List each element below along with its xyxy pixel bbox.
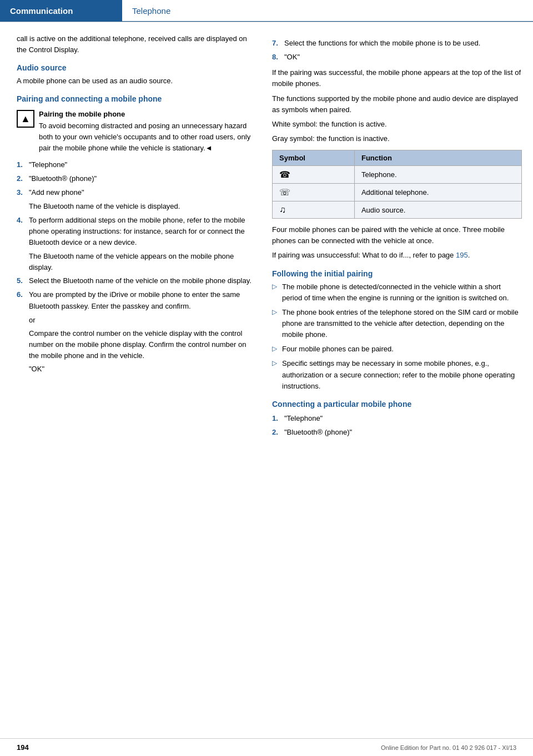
step-text: "Telephone" — [284, 413, 522, 424]
success-text: If the pairing was successful, the mobil… — [272, 67, 522, 89]
step-4: 4. To perform additional steps on the mo… — [17, 215, 255, 248]
pairing-heading: Pairing and connecting a mobile phone — [17, 94, 255, 103]
unsuccessful-text: If pairing was unsuccessful: What to do … — [272, 250, 522, 261]
left-column: call is active on the additional telepho… — [0, 33, 266, 442]
step-6-compare: Compare the control number on the vehicl… — [29, 328, 255, 361]
bullet-item: ▷Four mobile phones can be paired. — [272, 344, 522, 355]
bullet-item: ▷The phone book entries of the telephone… — [272, 307, 522, 340]
table-col1-header: Symbol — [273, 150, 355, 166]
supported-text: The functions supported by the mobile ph… — [272, 93, 522, 115]
bullet-text: The phone book entries of the telephone … — [282, 307, 522, 340]
function-cell: Telephone. — [354, 166, 521, 184]
connecting-step: 2."Bluetooth® (phone)" — [272, 427, 522, 438]
steps-list: 1. "Telephone" 2. "Bluetooth® (phone)" 3… — [17, 159, 255, 375]
step-number: 1. — [272, 413, 284, 424]
bullet-arrow-icon: ▷ — [272, 281, 282, 290]
bullet-text: The mobile phone is detected/connected i… — [282, 281, 522, 304]
bullet-item: ▷The mobile phone is detected/connected … — [272, 281, 522, 304]
white-symbol-text: White symbol: the function is active. — [272, 119, 522, 130]
bullet-arrow-icon: ▷ — [272, 307, 282, 316]
step-text: "Bluetooth® (phone)" — [284, 427, 522, 438]
bullet-text: Four mobile phones can be paired. — [282, 344, 522, 355]
table-row: ☎Telephone. — [273, 166, 522, 184]
step-7: 7. Select the functions for which the mo… — [272, 38, 522, 49]
symbol-cell: ♫ — [273, 201, 355, 219]
step-6-or: or — [29, 315, 255, 326]
bullet-arrow-icon: ▷ — [272, 358, 282, 367]
step-1: 1. "Telephone" — [17, 159, 255, 170]
warning-box: ▲ Pairing the mobile phone To avoid beco… — [17, 109, 255, 154]
symbol-cell: ☏ — [273, 184, 355, 201]
tab-communication[interactable]: Communication — [0, 0, 122, 22]
table-col2-header: Function — [354, 150, 521, 166]
step-6: 6. You are prompted by the iDrive or mob… — [17, 289, 255, 311]
intro-text: call is active on the additional telepho… — [17, 33, 255, 56]
step-4-note: The Bluetooth name of the vehicle appear… — [29, 251, 255, 273]
symbol-cell: ☎ — [273, 166, 355, 184]
step-5: 5. Select the Bluetooth name of the vehi… — [17, 275, 255, 286]
step-6-ok: "OK" — [29, 364, 255, 375]
warning-body: To avoid becoming distracted and posing … — [39, 122, 250, 152]
step-8: 8. "OK" — [272, 52, 522, 63]
audio-source-text: A mobile phone can be used as an audio s… — [17, 75, 255, 87]
bullet-text: Specific settings may be necessary in so… — [282, 358, 522, 391]
step-number: 2. — [272, 427, 284, 438]
tab-telephone[interactable]: Telephone — [122, 0, 180, 22]
warning-icon: ▲ — [17, 110, 34, 128]
function-cell: Audio source. — [354, 201, 521, 219]
four-phones-text: Four mobile phones can be paired with th… — [272, 224, 522, 246]
bullet-item: ▷Specific settings may be necessary in s… — [272, 358, 522, 391]
symbol-table: Symbol Function ☎Telephone.☏Additional t… — [272, 150, 522, 219]
audio-source-heading: Audio source — [17, 63, 255, 72]
step-3: 3. "Add new phone" — [17, 187, 255, 198]
gray-symbol-text: Gray symbol: the function is inactive. — [272, 133, 522, 144]
following-heading: Following the initial pairing — [272, 269, 522, 278]
bullet-arrow-icon: ▷ — [272, 344, 282, 352]
footer-text: Online Edition for Part no. 01 40 2 926 … — [381, 744, 516, 751]
header-line — [180, 0, 533, 22]
main-content: call is active on the additional telepho… — [0, 22, 533, 442]
page-footer: 194 Online Edition for Part no. 01 40 2 … — [0, 738, 533, 756]
function-cell: Additional telephone. — [354, 184, 521, 201]
table-row: ☏Additional telephone. — [273, 184, 522, 201]
page-header: Communication Telephone — [0, 0, 533, 22]
warning-text: Pairing the mobile phone To avoid becomi… — [39, 109, 255, 154]
connecting-step: 1."Telephone" — [272, 413, 522, 424]
right-column: 7. Select the functions for which the mo… — [266, 33, 533, 442]
right-steps-list: 7. Select the functions for which the mo… — [272, 38, 522, 63]
bullet-list: ▷The mobile phone is detected/connected … — [272, 281, 522, 392]
connecting-steps-list: 1."Telephone"2."Bluetooth® (phone)" — [272, 413, 522, 438]
table-row: ♫Audio source. — [273, 201, 522, 219]
warning-title: Pairing the mobile phone — [39, 109, 255, 120]
connecting-heading: Connecting a particular mobile phone — [272, 400, 522, 409]
step-3-note: The Bluetooth name of the vehicle is dis… — [29, 201, 255, 212]
page-number: 194 — [17, 743, 29, 752]
page-link[interactable]: 195 — [456, 251, 468, 259]
step-2: 2. "Bluetooth® (phone)" — [17, 173, 255, 184]
